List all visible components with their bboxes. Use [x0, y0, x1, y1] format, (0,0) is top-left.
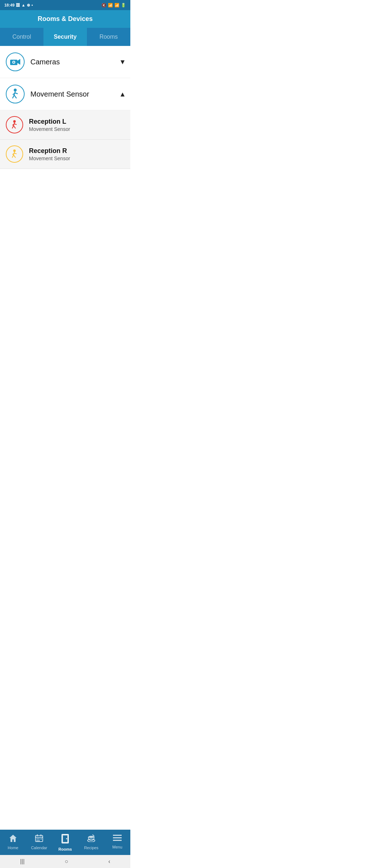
svg-line-9: [15, 93, 17, 94]
tab-security[interactable]: Security: [43, 28, 87, 46]
movement-sensor-chevron: ▴: [121, 89, 125, 99]
status-bar: 18:49 🖼 ▲ ⊛ • 🔇 📶 📶 🔋: [0, 0, 130, 10]
cameras-section[interactable]: Cameras ▾: [0, 46, 130, 78]
movement-sensor-icon-circle: [6, 85, 25, 103]
accessibility-icon: ⊛: [27, 3, 30, 8]
reception-l-info: Reception L Movement Sensor: [29, 118, 70, 132]
photo-icon: 🖼: [16, 3, 20, 7]
battery-icon: 🔋: [121, 3, 126, 8]
reception-l-icon-circle: [6, 116, 23, 133]
reception-l-item[interactable]: Reception L Movement Sensor: [0, 110, 130, 140]
reception-r-type: Movement Sensor: [29, 156, 70, 161]
reception-r-item[interactable]: Reception R Movement Sensor: [0, 140, 130, 169]
movement-sensor-icon: [10, 89, 20, 99]
movement-sensor-items: Reception L Movement Sensor Reception R …: [0, 110, 130, 169]
reception-r-icon-circle: [6, 145, 23, 163]
tab-control[interactable]: Control: [0, 28, 43, 46]
cameras-label: Cameras: [30, 58, 121, 66]
svg-line-19: [13, 155, 15, 158]
status-time-group: 18:49 🖼 ▲ ⊛ •: [4, 3, 33, 8]
svg-marker-1: [17, 59, 20, 65]
reception-r-info: Reception R Movement Sensor: [29, 147, 70, 161]
svg-line-13: [13, 126, 15, 128]
cameras-icon-circle: [6, 52, 25, 71]
tab-bar: Control Security Rooms: [0, 28, 130, 46]
reception-l-type: Movement Sensor: [29, 126, 70, 132]
reception-r-name: Reception R: [29, 147, 70, 155]
content-area: Cameras ▾ Movement Sensor ▴: [0, 46, 130, 169]
status-right-group: 🔇 📶 📶 🔋: [101, 3, 126, 8]
dot-icon: •: [31, 3, 33, 7]
signal-icon: 📶: [114, 3, 119, 8]
reception-l-name: Reception L: [29, 118, 70, 125]
reception-l-person-icon: [10, 120, 18, 129]
movement-sensor-section[interactable]: Movement Sensor ▴: [0, 78, 130, 110]
svg-point-3: [13, 61, 14, 63]
header-title: Rooms & Devices: [38, 15, 93, 22]
movement-sensor-label: Movement Sensor: [30, 90, 121, 98]
svg-line-7: [14, 95, 16, 98]
tab-rooms[interactable]: Rooms: [87, 28, 130, 46]
drive-icon: ▲: [21, 3, 25, 7]
app-header: Rooms & Devices: [0, 10, 130, 28]
status-time: 18:49: [4, 3, 14, 7]
reception-r-person-icon: [10, 149, 18, 159]
cameras-chevron: ▾: [121, 57, 125, 67]
wifi-icon: 📶: [108, 3, 113, 8]
camera-icon: [10, 58, 20, 66]
svg-line-15: [14, 124, 16, 124]
svg-line-21: [14, 153, 16, 154]
mute-icon: 🔇: [101, 3, 106, 8]
